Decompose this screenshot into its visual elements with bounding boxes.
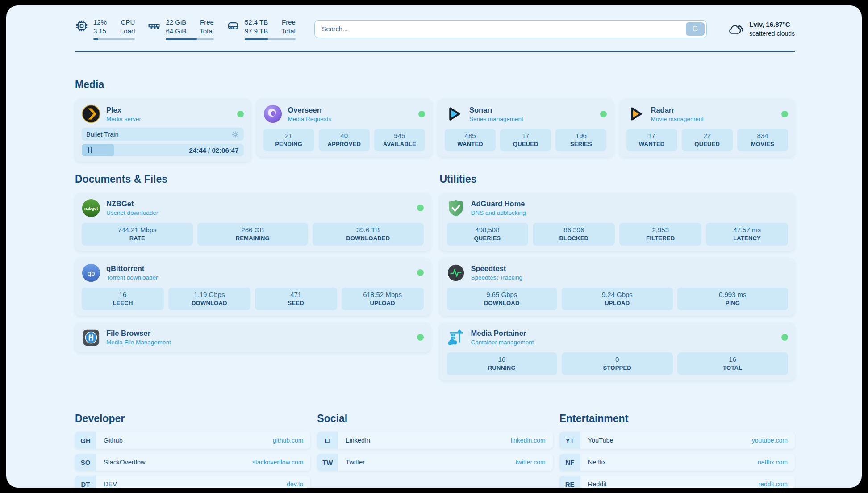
stat-value: 17	[629, 132, 675, 139]
ram-total-label: Total	[200, 27, 214, 36]
disk-icon	[226, 19, 240, 33]
qbittorrent-stat-leech: 16 LEECH	[82, 288, 164, 310]
overseerr-status-dot	[418, 111, 425, 117]
radarr-app-link[interactable]: Radarr Movie management	[626, 104, 789, 123]
link-youtube[interactable]: YT YouTube youtube.com	[559, 432, 795, 449]
link-name: StackOverflow	[104, 454, 145, 471]
stat-value: 744.21 Mbps	[84, 226, 190, 234]
card-plex: Plex Media server Bullet Train 24:44 / 0	[75, 99, 250, 162]
qbittorrent-icon: qb	[82, 263, 100, 282]
stat-value: 485	[447, 132, 493, 139]
stat-value: 9.24 Gbps	[564, 291, 670, 298]
link-github[interactable]: GH Github github.com	[75, 432, 310, 449]
card-radarr: Radarr Movie management 17 WANTED 22 QUE…	[620, 99, 795, 157]
radarr-name: Radarr	[651, 106, 704, 114]
filebrowser-app-link[interactable]: File Browser Media File Management	[82, 328, 424, 347]
filebrowser-subtitle: Media File Management	[106, 339, 171, 346]
sonarr-name: Sonarr	[469, 106, 523, 114]
pause-icon[interactable]	[88, 147, 92, 153]
stat-value: 21	[266, 132, 312, 139]
stat-label: PING	[680, 300, 786, 306]
disk-total-label: Total	[281, 27, 296, 36]
link-url: dev.to	[287, 476, 303, 488]
plex-progress-fill	[82, 144, 114, 156]
card-portainer: Media Portainer Container management 16 …	[440, 323, 795, 380]
stat-value: 40	[321, 132, 367, 139]
disk-progress-bar	[245, 38, 296, 40]
system-stats: 12% CPU 3.15 Load 22 GiB Free	[75, 18, 296, 40]
stat-value: 1.19 Gbps	[171, 291, 248, 298]
ram-free-label: Free	[200, 18, 214, 27]
top-bar: 12% CPU 3.15 Load 22 GiB Free	[75, 18, 795, 52]
stat-value: 9.65 Gbps	[449, 291, 555, 298]
stat-value: 834	[740, 132, 785, 139]
overseerr-subtitle: Media Requests	[288, 116, 332, 122]
cpu-load-value: 3.15	[93, 27, 107, 36]
search-engine-button[interactable]: G	[686, 22, 705, 36]
stat-value: 945	[377, 132, 422, 139]
link-name: Twitter	[346, 454, 365, 471]
link-reddit[interactable]: RE Reddit reddit.com	[559, 476, 795, 488]
adguard-app-link[interactable]: AdGuard Home DNS and adblocking	[447, 199, 789, 217]
portainer-app-link[interactable]: Media Portainer Container management	[447, 328, 789, 347]
qbittorrent-app-link[interactable]: qb qBittorrent Torrent downloader	[82, 263, 424, 282]
link-name: YouTube	[588, 432, 613, 449]
overseerr-app-link[interactable]: Overseerr Media Requests	[263, 104, 426, 123]
link-linkedin[interactable]: LI LinkedIn linkedin.com	[317, 432, 552, 449]
weather-location: Lviv, 16.87°C	[749, 20, 795, 29]
plex-progress-bar[interactable]: 24:44 / 02:06:47	[82, 144, 244, 156]
overseerr-stat-approved: 40 APPROVED	[319, 129, 370, 151]
stat-value: 16	[680, 355, 786, 363]
link-badge: SO	[75, 454, 96, 471]
nzbget-status-dot	[417, 205, 424, 211]
ram-progress-fill	[166, 38, 197, 40]
adguard-icon	[447, 199, 465, 217]
plex-app-link[interactable]: Plex Media server	[82, 104, 244, 123]
stat-label: WANTED	[629, 141, 675, 147]
gear-icon[interactable]	[231, 130, 239, 138]
card-sonarr: Sonarr Series management 485 WANTED 17 Q…	[438, 99, 613, 157]
link-dev[interactable]: DT DEV dev.to	[75, 476, 310, 488]
weather-condition: scattered clouds	[749, 29, 795, 38]
plex-now-playing-title: Bullet Train	[86, 131, 119, 138]
link-stackoverflow[interactable]: SO StackOverflow stackoverflow.com	[75, 454, 310, 471]
stat-value: 2,953	[622, 226, 699, 234]
overseerr-icon	[263, 104, 282, 123]
nzbget-stat-downloaded: 39.6 TB DOWNLOADED	[313, 223, 424, 246]
sonarr-app-link[interactable]: Sonarr Series management	[445, 104, 607, 123]
weather-widget[interactable]: Lviv, 16.87°C scattered clouds	[727, 20, 795, 38]
radarr-stat-movies: 834 MOVIES	[737, 129, 788, 151]
nzbget-stat-remaining: 266 GB REMAINING	[197, 223, 309, 246]
nzbget-app-link[interactable]: nzbget NZBGet Usenet downloader	[82, 199, 424, 217]
nzbget-name: NZBGet	[106, 200, 158, 208]
link-url: youtube.com	[752, 432, 788, 449]
qbittorrent-stat-download: 1.19 Gbps DOWNLOAD	[168, 288, 250, 310]
adguard-name: AdGuard Home	[471, 200, 526, 208]
cpu-progress-fill	[93, 38, 98, 40]
stat-label: REMAINING	[200, 235, 306, 242]
stat-label: LATENCY	[709, 235, 785, 242]
link-netflix[interactable]: NF Netflix netflix.com	[559, 454, 795, 471]
section-title-documents: Documents & Files	[75, 173, 430, 185]
stat-label: RUNNING	[449, 364, 555, 371]
portainer-stat-total: 16 TOTAL	[677, 352, 789, 375]
adguard-stat-filtered: 2,953 FILTERED	[619, 223, 701, 246]
sonarr-status-dot	[600, 111, 607, 117]
ram-progress-bar	[166, 38, 214, 40]
stat-label: TOTAL	[680, 364, 786, 371]
speedtest-app-link[interactable]: Speedtest Speedtest Tracking	[447, 263, 789, 282]
section-title-entertainment: Entertainment	[559, 413, 795, 424]
stat-value: 196	[558, 132, 604, 139]
section-title-media: Media	[75, 79, 795, 90]
stat-label: LEECH	[84, 300, 161, 306]
link-twitter[interactable]: TW Twitter twitter.com	[317, 454, 552, 471]
search-input[interactable]	[314, 20, 707, 38]
link-url: stackoverflow.com	[252, 454, 303, 471]
link-url: github.com	[273, 432, 303, 449]
filebrowser-status-dot	[417, 334, 424, 341]
cpu-usage-value: 12%	[93, 18, 107, 27]
section-entertainment: Entertainment YT YouTube youtube.com NF …	[559, 413, 795, 488]
cpu-icon	[75, 19, 88, 33]
filebrowser-icon	[82, 328, 100, 347]
stat-value: 22	[684, 132, 730, 139]
